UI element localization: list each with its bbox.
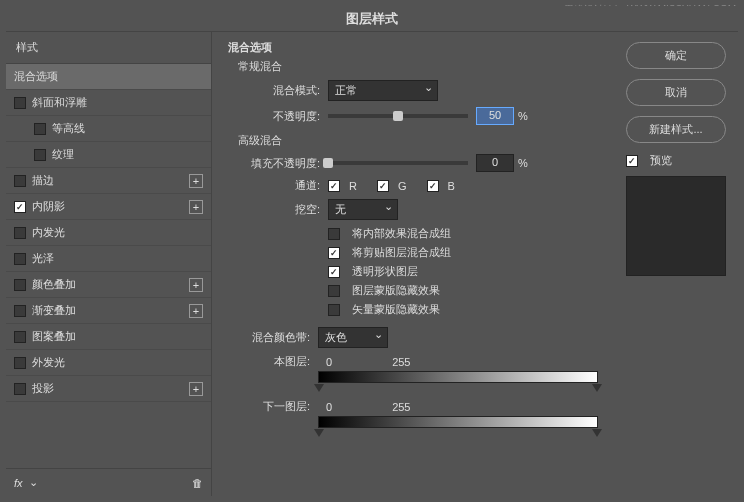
style-checkbox[interactable] xyxy=(14,97,26,109)
style-item-12[interactable]: 投影+ xyxy=(6,376,211,402)
style-checkbox[interactable] xyxy=(14,253,26,265)
style-checkbox[interactable] xyxy=(34,123,46,135)
style-label: 外发光 xyxy=(32,355,65,370)
style-checkbox[interactable] xyxy=(14,383,26,395)
style-label: 描边 xyxy=(32,173,54,188)
general-blending: 常规混合 混合模式: 正常 不透明度: 50 % xyxy=(238,59,598,125)
style-item-6[interactable]: 内发光 xyxy=(6,220,211,246)
channel-label: G xyxy=(398,180,407,192)
fill-opacity-input[interactable]: 0 xyxy=(476,154,514,172)
style-checkbox[interactable] xyxy=(14,357,26,369)
style-checkbox[interactable] xyxy=(14,227,26,239)
under-layer-max: 255 xyxy=(392,401,410,413)
style-item-8[interactable]: 颜色叠加+ xyxy=(6,272,211,298)
opt-label: 图层蒙版隐藏效果 xyxy=(352,283,440,298)
blend-mode-select[interactable]: 正常 xyxy=(328,80,438,101)
channel-R[interactable]: R xyxy=(328,180,357,192)
chevron-down-icon[interactable]: ⌄ xyxy=(29,476,38,489)
slider-handle-right[interactable] xyxy=(592,429,602,437)
channel-B[interactable]: B xyxy=(427,180,455,192)
style-label: 光泽 xyxy=(32,251,54,266)
style-item-5[interactable]: 内阴影+ xyxy=(6,194,211,220)
advanced-title: 高级混合 xyxy=(238,133,598,148)
trash-icon[interactable]: 🗑 xyxy=(192,477,203,489)
blend-if-select[interactable]: 灰色 xyxy=(318,327,388,348)
channel-label: B xyxy=(448,180,455,192)
right-panel: 确定 取消 新建样式... 预览 xyxy=(614,32,738,496)
pct-label: % xyxy=(518,110,528,122)
preview-label: 预览 xyxy=(650,153,672,168)
channel-checkbox[interactable] xyxy=(377,180,389,192)
add-effect-icon[interactable]: + xyxy=(189,174,203,188)
preview-toggle[interactable]: 预览 xyxy=(626,153,726,168)
add-effect-icon[interactable]: + xyxy=(189,382,203,396)
style-item-7[interactable]: 光泽 xyxy=(6,246,211,272)
cancel-button[interactable]: 取消 xyxy=(626,79,726,106)
style-checkbox[interactable] xyxy=(34,149,46,161)
dialog-title: 图层样式 xyxy=(6,6,738,32)
advanced-opt-0[interactable]: 将内部效果混合成组 xyxy=(328,226,598,241)
advanced-opt-3[interactable]: 图层蒙版隐藏效果 xyxy=(328,283,598,298)
ok-button[interactable]: 确定 xyxy=(626,42,726,69)
this-layer-gradient[interactable] xyxy=(318,371,598,383)
under-layer-gradient[interactable] xyxy=(318,416,598,428)
preview-checkbox[interactable] xyxy=(626,155,638,167)
style-item-3[interactable]: 纹理 xyxy=(6,142,211,168)
knockout-select[interactable]: 无 xyxy=(328,199,398,220)
sidebar-footer: fx ⌄ 🗑 xyxy=(6,468,211,496)
style-item-4[interactable]: 描边+ xyxy=(6,168,211,194)
slider-knob[interactable] xyxy=(393,111,403,121)
channel-G[interactable]: G xyxy=(377,180,407,192)
style-label: 投影 xyxy=(32,381,54,396)
slider-knob[interactable] xyxy=(323,158,333,168)
opt-label: 将内部效果混合成组 xyxy=(352,226,451,241)
advanced-blending: 高级混合 填充不透明度: 0 % 通道: RGB 挖空: 无 将内部效果混合成组… xyxy=(238,133,598,317)
style-label: 内阴影 xyxy=(32,199,65,214)
knockout-label: 挖空: xyxy=(238,202,320,217)
style-label: 混合选项 xyxy=(14,69,58,84)
style-item-1[interactable]: 斜面和浮雕 xyxy=(6,90,211,116)
channel-checkbox[interactable] xyxy=(427,180,439,192)
fill-opacity-label: 填充不透明度: xyxy=(238,156,320,171)
slider-handle-left[interactable] xyxy=(314,384,324,392)
advanced-opt-4[interactable]: 矢量蒙版隐藏效果 xyxy=(328,302,598,317)
new-style-button[interactable]: 新建样式... xyxy=(626,116,726,143)
opt-checkbox[interactable] xyxy=(328,247,340,259)
opt-label: 透明形状图层 xyxy=(352,264,418,279)
slider-handle-left[interactable] xyxy=(314,429,324,437)
style-checkbox[interactable] xyxy=(14,279,26,291)
opt-checkbox[interactable] xyxy=(328,304,340,316)
style-checkbox[interactable] xyxy=(14,331,26,343)
style-item-9[interactable]: 渐变叠加+ xyxy=(6,298,211,324)
style-checkbox[interactable] xyxy=(14,305,26,317)
style-item-2[interactable]: 等高线 xyxy=(6,116,211,142)
opacity-slider[interactable] xyxy=(328,114,468,118)
this-layer-min: 0 xyxy=(326,356,332,368)
advanced-opt-1[interactable]: 将剪贴图层混合成组 xyxy=(328,245,598,260)
fill-opacity-slider[interactable] xyxy=(328,161,468,165)
add-effect-icon[interactable]: + xyxy=(189,278,203,292)
opacity-input[interactable]: 50 xyxy=(476,107,514,125)
general-title: 常规混合 xyxy=(238,59,598,74)
style-list: 混合选项斜面和浮雕等高线纹理描边+内阴影+内发光光泽颜色叠加+渐变叠加+图案叠加… xyxy=(6,64,211,468)
opt-checkbox[interactable] xyxy=(328,266,340,278)
fx-icon[interactable]: fx xyxy=(14,477,23,489)
under-layer-label: 下一图层: xyxy=(238,399,310,414)
style-item-11[interactable]: 外发光 xyxy=(6,350,211,376)
add-effect-icon[interactable]: + xyxy=(189,304,203,318)
opt-checkbox[interactable] xyxy=(328,228,340,240)
style-checkbox[interactable] xyxy=(14,175,26,187)
add-effect-icon[interactable]: + xyxy=(189,200,203,214)
channel-label: R xyxy=(349,180,357,192)
style-label: 等高线 xyxy=(52,121,85,136)
opt-checkbox[interactable] xyxy=(328,285,340,297)
style-item-0[interactable]: 混合选项 xyxy=(6,64,211,90)
opacity-label: 不透明度: xyxy=(238,109,320,124)
channel-checkbox[interactable] xyxy=(328,180,340,192)
under-layer-min: 0 xyxy=(326,401,332,413)
slider-handle-right[interactable] xyxy=(592,384,602,392)
sidebar: 样式 混合选项斜面和浮雕等高线纹理描边+内阴影+内发光光泽颜色叠加+渐变叠加+图… xyxy=(6,32,212,496)
advanced-opt-2[interactable]: 透明形状图层 xyxy=(328,264,598,279)
style-checkbox[interactable] xyxy=(14,201,26,213)
style-item-10[interactable]: 图案叠加 xyxy=(6,324,211,350)
